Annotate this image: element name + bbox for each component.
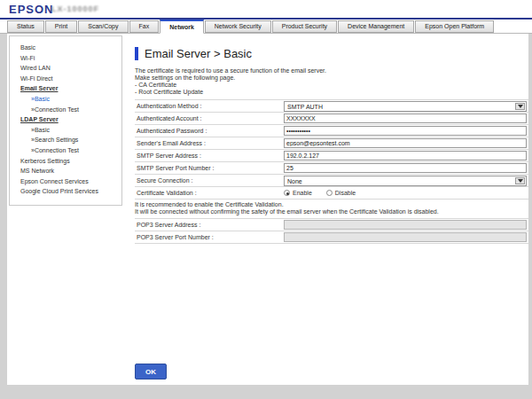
sidebar-item-connection-test[interactable]: »Connection Test [20,105,118,115]
tab-bar: StatusPrintScan/CopyFaxNetworkNetwork Se… [0,20,532,34]
smtp-server-address-field [284,151,528,160]
sidebar-item-search-settings[interactable]: »Search Settings [20,135,118,145]
chevron-down-icon [518,105,523,108]
certificate-validation-field: EnableDisable [284,190,528,196]
tab-epson-open-platform[interactable]: Epson Open Platform [415,20,494,33]
page-title-row: Email Server > Basic [135,46,528,60]
sidebar-item-wi-fi[interactable]: Wi-Fi [20,53,118,64]
certificate-validation-option-disable[interactable]: Disable [326,190,356,196]
tab-network[interactable]: Network [160,20,204,34]
smtp-server-address-row: SMTP Server Address : [135,150,528,162]
description-line: Make settings on the following page. [135,74,528,82]
sidebar-item-wired-lan[interactable]: Wired LAN [20,63,118,74]
description-line: - CA Certificate [135,82,528,89]
smtp-server-port-number-field [284,163,528,173]
authenticated-password-input[interactable] [284,126,527,136]
pop3-server-port-number-input [284,232,527,242]
authentication-method-row: Authentication Method :SMTP AUTH [135,100,528,113]
authenticated-account-label: Authenticated Account : [135,115,284,121]
sidebar-item-google-cloud-print-services[interactable]: Google Cloud Print Services [20,186,118,197]
tab-fax[interactable]: Fax [129,20,160,33]
secure-connection-label: Secure Connection : [135,177,284,184]
page-title: Email Server > Basic [145,47,252,60]
secure-connection-selected-value: None [287,178,302,184]
dropdown-arrow-icon[interactable] [515,103,525,110]
smtp-server-port-number-row: SMTP Server Port Number : [135,162,528,175]
epson-logo: EPSON [9,3,54,16]
smtp-server-port-number-input[interactable] [284,163,527,173]
smtp-server-port-number-label: SMTP Server Port Number : [135,165,284,171]
authenticated-account-field [284,113,528,123]
description-line: - Root Certificate Update [135,89,528,96]
tab-network-security[interactable]: Network Security [205,20,271,33]
sidebar-nav: BasicWi-FiWired LANWi-Fi DirectEmail Ser… [9,35,122,206]
settings-form: Authentication Method :SMTP AUTHAuthenti… [135,99,528,244]
secure-connection-field: None [284,176,528,186]
authentication-method-field: SMTP AUTH [284,101,528,112]
authenticated-account-row: Authenticated Account : [135,113,528,125]
chevron-down-icon [518,179,523,183]
certificate-validation-note-row: It is recommended to enable the Certific… [135,200,528,219]
page: EPSON LX-10000F StatusPrintScan/CopyFaxN… [0,0,532,399]
authenticated-password-row: Authenticated Password : [135,125,528,137]
authenticated-password-label: Authenticated Password : [135,128,284,134]
sidebar-item-wi-fi-direct[interactable]: Wi-Fi Direct [20,74,118,84]
pop3-server-address-field [284,220,528,230]
tab-product-security[interactable]: Product Security [272,20,337,33]
authentication-method-select[interactable]: SMTP AUTH [284,101,527,112]
senders-email-address-field [284,138,528,148]
certificate-validation-disable-label: Disable [335,190,356,196]
pop3-server-port-number-label: POP3 Server Port Number : [135,234,284,240]
authentication-method-label: Authentication Method : [135,103,284,109]
authentication-method-selected-value: SMTP AUTH [287,104,323,110]
sidebar-item-ldap-server[interactable]: LDAP Server [20,114,118,125]
pop3-server-port-number-field [284,232,528,242]
tab-device-management[interactable]: Device Management [338,20,414,33]
secure-connection-select[interactable]: None [284,176,527,186]
tab-scan-copy[interactable]: Scan/Copy [78,20,128,33]
senders-email-address-row: Sender's Email Address : [135,137,528,150]
sidebar-item-email-server[interactable]: Email Server [20,83,118,94]
certificate-validation-label: Certificate Validation : [135,190,284,196]
note-line: It is recommended to enable the Certific… [135,201,528,208]
sidebar-item-basic[interactable]: »Basic [20,94,118,105]
tab-status[interactable]: Status [7,20,44,33]
content-pane: BasicWi-FiWired LANWi-Fi DirectEmail Ser… [7,34,528,385]
senders-email-address-label: Sender's Email Address : [135,140,284,146]
sidebar-item-basic[interactable]: »Basic [20,125,118,136]
secure-connection-row: Secure Connection :None [135,175,528,187]
sidebar-item-ms-network[interactable]: MS Network [20,166,118,176]
printer-model: LX-10000F [51,4,99,13]
sidebar-item-kerberos-settings[interactable]: Kerberos Settings [20,156,118,167]
ok-button[interactable]: OK [135,364,167,379]
pop3-server-address-row: POP3 Server Address : [135,219,528,231]
certificate-validation-option-enable[interactable]: Enable [284,190,312,196]
page-description: The certificate is required to use a sec… [135,67,528,96]
note-line: It will be connected without confirming … [135,208,528,215]
sidebar-item-connection-test[interactable]: »Connection Test [20,145,118,156]
certificate-validation-enable-radio[interactable] [284,190,290,196]
pop3-server-address-input [284,220,527,230]
senders-email-address-input[interactable] [284,138,527,148]
pop3-server-address-label: POP3 Server Address : [135,222,284,228]
smtp-server-address-label: SMTP Server Address : [135,153,284,159]
pop3-server-port-number-row: POP3 Server Port Number : [135,231,528,244]
smtp-server-address-input[interactable] [284,151,527,160]
sidebar-item-epson-connect-services[interactable]: Epson Connect Services [20,176,118,187]
header: EPSON LX-10000F [0,0,532,18]
description-line: The certificate is required to use a sec… [135,67,528,74]
authenticated-password-field [284,126,528,136]
certificate-validation-radio-group: EnableDisable [284,190,527,196]
authenticated-account-input[interactable] [284,113,527,123]
certificate-validation-row: Certificate Validation :EnableDisable [135,187,528,200]
footer-strip [0,385,532,399]
certificate-validation-disable-radio[interactable] [326,190,332,196]
title-accent-bar [135,47,138,60]
tab-print[interactable]: Print [45,20,77,33]
dropdown-arrow-icon[interactable] [515,177,525,184]
certificate-validation-enable-label: Enable [293,190,312,196]
main-panel: Email Server > Basic The certificate is … [135,34,528,385]
sidebar-item-basic[interactable]: Basic [20,43,118,53]
